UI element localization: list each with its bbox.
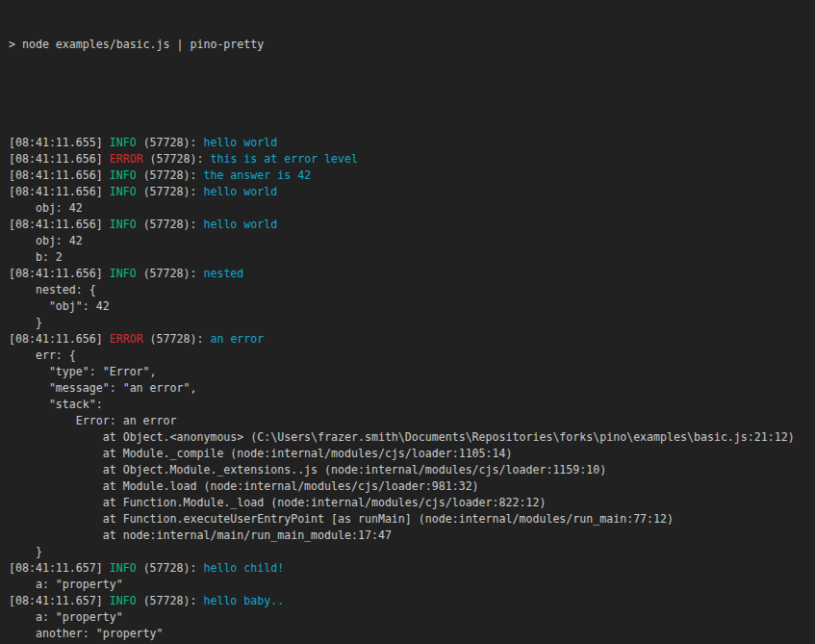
detail-line: at Object.Module._extensions..js (node:i… <box>9 462 815 478</box>
log-message: an error <box>210 332 264 346</box>
log-level: ERROR <box>110 152 143 166</box>
log-line: [08:41:11.655] INFO (57728): hello world <box>9 135 815 151</box>
detail-line: } <box>9 544 815 560</box>
log-message: hello child! <box>203 561 284 575</box>
log-level: ERROR <box>110 332 143 346</box>
log-pid: (57728): <box>143 136 197 149</box>
log-timestamp: [08:41:11.656] <box>9 332 103 346</box>
log-pid: (57728): <box>143 185 197 198</box>
log-line: [08:41:11.656] INFO (57728): hello world <box>9 217 815 233</box>
log-message: hello baby.. <box>203 594 284 607</box>
log-timestamp: [08:41:11.656] <box>9 152 103 166</box>
log-timestamp: [08:41:11.656] <box>9 185 103 198</box>
detail-line: nested: { <box>9 282 815 298</box>
blank-line <box>9 86 815 102</box>
log-timestamp: [08:41:11.656] <box>9 267 103 280</box>
log-pid: (57728): <box>150 152 204 166</box>
command-line: > node examples/basic.js | pino-pretty <box>9 37 815 53</box>
detail-line: } <box>9 315 815 331</box>
detail-line: "stack": <box>9 397 815 413</box>
detail-line: at Function.executeUserEntryPoint [as ru… <box>9 511 815 528</box>
detail-line: b: 2 <box>9 249 815 266</box>
log-level: INFO <box>110 185 137 198</box>
detail-line: "type": "Error", <box>9 364 815 380</box>
log-message: hello world <box>203 185 277 198</box>
log-timestamp: [08:41:11.656] <box>9 218 103 231</box>
detail-line: err: { <box>9 348 815 364</box>
detail-line: obj: 42 <box>9 233 815 249</box>
log-line: [08:41:11.656] INFO (57728): the answer … <box>9 167 815 184</box>
detail-line: a: "property" <box>9 609 815 626</box>
log-level: INFO <box>110 267 137 280</box>
log-line: [08:41:11.656] ERROR (57728): an error <box>9 331 815 348</box>
log-line: [08:41:11.656] INFO (57728): nested <box>9 266 815 282</box>
log-message: hello world <box>203 218 277 231</box>
log-timestamp: [08:41:11.657] <box>9 561 103 575</box>
log-pid: (57728): <box>143 561 197 575</box>
log-timestamp: [08:41:11.655] <box>9 136 103 149</box>
log-message: this is at error level <box>210 152 358 166</box>
log-level: INFO <box>110 594 137 607</box>
detail-line: at Module._compile (node:internal/module… <box>9 446 815 462</box>
log-output: [08:41:11.655] INFO (57728): hello world… <box>9 135 815 644</box>
log-pid: (57728): <box>143 267 197 280</box>
log-message: hello world <box>203 136 277 149</box>
detail-line: another: "property" <box>9 626 815 642</box>
detail-line: obj: 42 <box>9 200 815 217</box>
log-pid: (57728): <box>143 594 197 607</box>
log-line: [08:41:11.657] INFO (57728): hello child… <box>9 560 815 577</box>
detail-line: at Function.Module._load (node:internal/… <box>9 495 815 511</box>
log-timestamp: [08:41:11.656] <box>9 168 103 182</box>
log-level: INFO <box>110 218 137 231</box>
log-pid: (57728): <box>143 168 197 182</box>
log-line: [08:41:11.656] ERROR (57728): this is at… <box>9 151 815 167</box>
log-level: INFO <box>110 136 137 149</box>
terminal[interactable]: > node examples/basic.js | pino-pretty [… <box>0 0 815 644</box>
detail-line: at Module.load (node:internal/modules/cj… <box>9 478 815 495</box>
log-pid: (57728): <box>143 218 197 231</box>
log-line: [08:41:11.656] INFO (57728): hello world <box>9 184 815 200</box>
log-level: INFO <box>110 561 137 575</box>
log-level: INFO <box>110 168 137 182</box>
log-line: [08:41:11.657] INFO (57728): hello baby.… <box>9 593 815 609</box>
detail-line: Error: an error <box>9 413 815 429</box>
detail-line: at Object.<anonymous> (C:\Users\frazer.s… <box>9 429 815 446</box>
log-pid: (57728): <box>150 332 204 346</box>
log-timestamp: [08:41:11.657] <box>9 594 103 607</box>
detail-line: "obj": 42 <box>9 298 815 315</box>
detail-line: at node:internal/main/run_main_module:17… <box>9 528 815 544</box>
log-message: nested <box>203 267 243 280</box>
detail-line: "message": "an error", <box>9 380 815 397</box>
log-message: the answer is 42 <box>203 168 311 182</box>
detail-line: a: "property" <box>9 577 815 593</box>
